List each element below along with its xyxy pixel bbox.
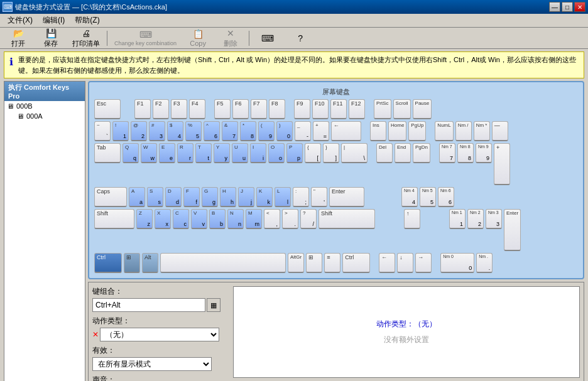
key-3[interactable]: #3 bbox=[149, 121, 165, 141]
key-combo-input[interactable] bbox=[92, 298, 205, 312]
key-m[interactable]: Mm bbox=[246, 209, 262, 229]
key-altgr[interactable]: AltGr bbox=[288, 253, 304, 273]
key-ctrl-left[interactable]: Ctrl bbox=[94, 253, 122, 273]
key-num2[interactable]: Nm 22 bbox=[467, 209, 484, 229]
key-numpad-enter[interactable]: Enter bbox=[504, 209, 521, 251]
key-i[interactable]: Ii bbox=[250, 143, 266, 163]
key-num5[interactable]: Nm 55 bbox=[420, 187, 436, 207]
print-button[interactable]: 🖨 打印清单 bbox=[68, 30, 104, 47]
key-j[interactable]: Jj bbox=[238, 187, 254, 207]
key-caps[interactable]: Caps bbox=[94, 187, 127, 207]
key-f1[interactable]: F1 bbox=[134, 99, 151, 119]
close-button[interactable]: ✕ bbox=[574, 2, 585, 12]
key-a[interactable]: Aa bbox=[129, 187, 145, 207]
key-backspace[interactable]: ← bbox=[331, 121, 361, 141]
save-button[interactable]: 💾 保存 bbox=[35, 30, 67, 47]
copy-button[interactable]: 📋 Copy bbox=[182, 30, 214, 47]
key-q[interactable]: Qq bbox=[122, 143, 139, 163]
keyboard-button[interactable]: ⌨ bbox=[252, 30, 283, 47]
key-home[interactable]: Home bbox=[388, 121, 406, 141]
key-f9[interactable]: F9 bbox=[294, 99, 310, 119]
key-w[interactable]: Ww bbox=[141, 143, 157, 163]
key-n[interactable]: Nn bbox=[227, 209, 244, 229]
key-9[interactable]: (9 bbox=[258, 121, 275, 141]
key-e[interactable]: Ee bbox=[159, 143, 175, 163]
minimize-button[interactable]: — bbox=[549, 2, 560, 12]
key-num4[interactable]: Nm 44 bbox=[401, 187, 418, 207]
key-num0[interactable]: Nm 00 bbox=[440, 253, 474, 273]
key-rbracket[interactable]: }] bbox=[323, 143, 339, 163]
key-arrow-down[interactable]: ↓ bbox=[397, 253, 413, 273]
key-num9[interactable]: Nm 99 bbox=[476, 143, 492, 163]
key-combo-button[interactable]: ▦ bbox=[207, 298, 220, 312]
key-win-left[interactable]: ⊞ bbox=[124, 253, 140, 273]
key-f6[interactable]: F6 bbox=[232, 99, 249, 119]
key-7[interactable]: &7 bbox=[222, 121, 238, 141]
key-f12[interactable]: F12 bbox=[349, 99, 365, 119]
key-k[interactable]: Kk bbox=[256, 187, 273, 207]
key-o[interactable]: Oo bbox=[268, 143, 285, 163]
key-pgdn[interactable]: PgDn bbox=[413, 143, 430, 163]
key-f8[interactable]: F8 bbox=[269, 99, 285, 119]
key-arrow-left[interactable]: ← bbox=[379, 253, 395, 273]
key-num-divide[interactable]: Nm / bbox=[455, 121, 472, 141]
key-f[interactable]: Ff bbox=[183, 187, 200, 207]
key-comma[interactable]: <, bbox=[264, 209, 280, 229]
key-equals[interactable]: += bbox=[313, 121, 329, 141]
key-backtick[interactable]: ~` bbox=[94, 121, 111, 141]
change-key-button[interactable]: ⌨ Change key combination bbox=[110, 30, 181, 47]
key-x[interactable]: Xx bbox=[155, 209, 171, 229]
key-g[interactable]: Gg bbox=[202, 187, 218, 207]
key-delete[interactable]: Del bbox=[376, 143, 393, 163]
key-alt-left[interactable]: Alt bbox=[142, 253, 158, 273]
key-slash[interactable]: ?/ bbox=[300, 209, 317, 229]
key-menu[interactable]: ≡ bbox=[324, 253, 340, 273]
key-num1[interactable]: Nm 11 bbox=[449, 209, 466, 229]
key-esc[interactable]: Esc bbox=[94, 99, 121, 119]
key-enter[interactable]: Enter bbox=[329, 187, 364, 207]
key-tab[interactable]: Tab bbox=[94, 143, 121, 163]
key-win-right[interactable]: ⊞ bbox=[306, 253, 322, 273]
key-scroll[interactable]: Scroll bbox=[393, 99, 411, 119]
key-v[interactable]: Vv bbox=[191, 209, 207, 229]
key-f2[interactable]: F2 bbox=[153, 99, 169, 119]
key-insert[interactable]: Ins bbox=[370, 121, 386, 141]
action-type-select[interactable]: （无） bbox=[100, 328, 219, 341]
tree-item-000a[interactable]: 🖥 000A bbox=[4, 111, 85, 121]
key-p[interactable]: Pp bbox=[286, 143, 303, 163]
key-ctrl-right[interactable]: Ctrl bbox=[342, 253, 370, 273]
key-num7[interactable]: Nm 77 bbox=[439, 143, 455, 163]
key-d[interactable]: Dd bbox=[165, 187, 182, 207]
key-b[interactable]: Bb bbox=[209, 209, 226, 229]
key-u[interactable]: Uu bbox=[232, 143, 248, 163]
key-5[interactable]: %5 bbox=[185, 121, 202, 141]
key-quote[interactable]: "' bbox=[311, 187, 327, 207]
key-num6[interactable]: Nm 66 bbox=[438, 187, 454, 207]
key-minus[interactable]: _- bbox=[295, 121, 311, 141]
key-f3[interactable]: F3 bbox=[171, 99, 187, 119]
key-8[interactable]: *8 bbox=[240, 121, 256, 141]
key-arrow-up[interactable]: ↑ bbox=[404, 209, 420, 229]
delete-button[interactable]: ✕ 删除 bbox=[215, 30, 246, 47]
key-prtsc[interactable]: PrtSc bbox=[374, 99, 391, 119]
key-6[interactable]: ^6 bbox=[204, 121, 220, 141]
key-pause[interactable]: Pause bbox=[413, 99, 432, 119]
key-y[interactable]: Yy bbox=[214, 143, 230, 163]
key-0[interactable]: )0 bbox=[276, 121, 293, 141]
key-c[interactable]: Cc bbox=[173, 209, 189, 229]
tree-item-000b[interactable]: 🖥 000B bbox=[4, 101, 85, 111]
key-end[interactable]: End bbox=[395, 143, 411, 163]
key-pgup[interactable]: PgUp bbox=[408, 121, 426, 141]
key-4[interactable]: $4 bbox=[167, 121, 183, 141]
key-s[interactable]: Ss bbox=[147, 187, 163, 207]
key-space[interactable] bbox=[160, 253, 286, 273]
key-shift-right[interactable]: Shift bbox=[318, 209, 375, 229]
key-z[interactable]: Zz bbox=[136, 209, 153, 229]
key-period[interactable]: >. bbox=[282, 209, 298, 229]
key-num8[interactable]: Nm 88 bbox=[457, 143, 474, 163]
key-num-minus[interactable]: — bbox=[492, 121, 508, 141]
key-backslash[interactable]: |\ bbox=[341, 143, 368, 163]
key-num-multiply[interactable]: Nm * bbox=[474, 121, 490, 141]
key-num-dot[interactable]: Nm .. bbox=[476, 253, 493, 273]
menu-help[interactable]: 帮助(Z) bbox=[70, 14, 104, 27]
